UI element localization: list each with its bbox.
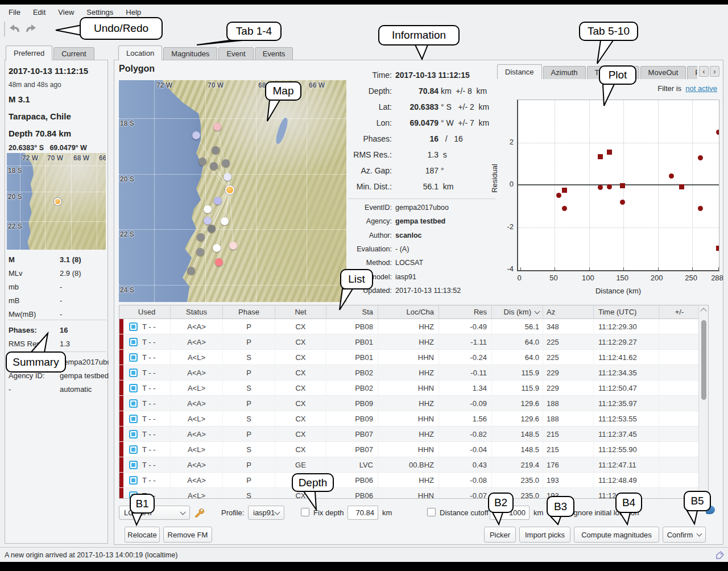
used-flags: T - - xyxy=(142,384,156,392)
residual-point-circle[interactable] xyxy=(620,200,625,205)
residual-point-circle[interactable] xyxy=(598,185,603,190)
remove-fm-button[interactable]: Remove FM xyxy=(163,527,212,543)
residual-point-circle[interactable] xyxy=(607,184,612,189)
table-row[interactable]: T - -A<L>SCXPB09HHN1.56129.618811:12:53.… xyxy=(119,411,708,427)
table-row[interactable]: T - -A<A>PCXPB06HHZ-0.08235.019311:12:48… xyxy=(119,473,708,488)
menu-item-help[interactable]: Help xyxy=(119,8,147,16)
x-tick-mark xyxy=(692,267,693,270)
fix-depth-label: Fix depth xyxy=(313,508,344,517)
residual-point-square[interactable] xyxy=(607,150,612,155)
used-checkbox[interactable] xyxy=(129,445,138,454)
longitude-label: 66 xyxy=(99,154,106,162)
column-header-[interactable]: +/- xyxy=(659,305,700,318)
scroll-up-icon[interactable] xyxy=(700,308,706,314)
tab-magnitudes[interactable]: Magnitudes xyxy=(163,47,217,60)
used-checkbox[interactable] xyxy=(129,430,138,438)
menu-item-view[interactable]: View xyxy=(52,8,80,16)
used-checkbox[interactable] xyxy=(129,384,138,392)
distance-cutoff-checkbox[interactable] xyxy=(427,508,436,516)
table-row[interactable]: T - -A<L>SCXPB07HHN-0.04148.521511:12:55… xyxy=(119,442,708,457)
table-row[interactable]: T - -A<A>PCXPB01HHZ-1.1164.022511:12:29.… xyxy=(119,334,708,350)
table-row[interactable]: T - -A<A>PCXPB09HHZ-0.09129.618811:12:35… xyxy=(119,396,708,411)
table-row[interactable]: T - -A<A>PCXPB07HHZ-0.82148.521511:12:37… xyxy=(119,427,708,442)
stat-value: 1.3 xyxy=(60,340,70,348)
menu-item-file[interactable]: File xyxy=(2,8,27,16)
redo-button[interactable] xyxy=(24,23,39,35)
column-header-res[interactable]: Res xyxy=(439,305,492,318)
residual-point-square[interactable] xyxy=(716,246,720,251)
used-checkbox[interactable] xyxy=(129,369,138,377)
residual-point-square[interactable] xyxy=(598,154,603,159)
column-header-status[interactable]: Status xyxy=(171,305,223,318)
plot-tab-polar[interactable]: Polar xyxy=(687,66,697,79)
residual-plot[interactable] xyxy=(517,100,719,271)
table-scrollbar[interactable] xyxy=(698,305,708,498)
undo-button[interactable] xyxy=(7,23,22,35)
residual-point-circle[interactable] xyxy=(698,155,703,160)
locator-settings-button[interactable] xyxy=(194,507,205,520)
plot-gridline-h xyxy=(518,227,719,228)
fix-depth-checkbox[interactable] xyxy=(301,508,309,516)
used-checkbox[interactable] xyxy=(129,476,138,485)
residual-point-circle[interactable] xyxy=(716,130,720,135)
column-header-sta[interactable]: Sta xyxy=(326,305,378,318)
menu-item-settings[interactable]: Settings xyxy=(80,8,119,16)
used-checkbox[interactable] xyxy=(129,338,138,346)
row-flag-bar xyxy=(119,473,123,487)
column-header-dis-km[interactable]: Dis (km) xyxy=(492,305,543,318)
plot-tab-distance[interactable]: Distance xyxy=(497,64,542,79)
compute-magnitudes-button[interactable]: Compute magnitudes xyxy=(574,527,659,543)
used-checkbox[interactable] xyxy=(129,415,138,423)
table-row[interactable]: T - -A<L>SCXPB01HHN-0.2464.022511:12:41.… xyxy=(119,350,708,365)
checkbox-checked-icon xyxy=(131,402,135,406)
column-header-phase[interactable]: Phase xyxy=(223,305,275,318)
menu-item-edit[interactable]: Edit xyxy=(27,8,52,16)
residual-point-circle[interactable] xyxy=(698,206,703,211)
column-header-az[interactable]: Az xyxy=(543,305,594,318)
residual-point-square[interactable] xyxy=(620,183,625,188)
table-row[interactable]: T - -A<A>PGELVC00.BHZ0.43219.417611:12:4… xyxy=(119,457,708,473)
tab-scroll-left-button[interactable]: ‹ xyxy=(699,66,709,77)
column-header-used[interactable]: Used xyxy=(123,305,171,318)
residual-point-circle[interactable] xyxy=(562,206,567,211)
table-row[interactable]: T - -A<A>PCXPB02HHZ-0.11115.922911:12:34… xyxy=(119,365,708,380)
tab-event[interactable]: Event xyxy=(218,47,253,60)
import-picks-button[interactable]: Import picks xyxy=(519,527,570,543)
table-row[interactable]: T - -A<A>PCXPB08HHZ-0.4956.134811:12:29.… xyxy=(119,319,708,334)
scrollbar-thumb[interactable] xyxy=(701,320,706,400)
used-checkbox[interactable] xyxy=(129,353,138,362)
depth-input[interactable]: 70.84 xyxy=(348,506,378,520)
used-checkbox[interactable] xyxy=(129,322,138,331)
tab-scroll-right-button[interactable]: › xyxy=(710,66,719,77)
used-checkbox[interactable] xyxy=(129,461,138,469)
sidebar-tab-current[interactable]: Current xyxy=(53,47,94,60)
plot-tab-moveout[interactable]: MoveOut xyxy=(640,66,686,79)
used-checkbox[interactable] xyxy=(129,399,138,408)
checkbox-checked-icon xyxy=(131,340,135,344)
table-row[interactable]: T - -A<L>SCXPB02HHN1.34115.922911:12:50.… xyxy=(119,380,708,396)
tab-events[interactable]: Events xyxy=(255,47,293,60)
residual-point-square[interactable] xyxy=(679,184,684,189)
residual-point-circle[interactable] xyxy=(556,193,561,198)
filter-status-link[interactable]: not active xyxy=(685,84,717,93)
callout-tab-1-4: Tab 1-4 xyxy=(226,22,282,41)
checkbox-checked-icon xyxy=(131,432,135,436)
epicenter-marker[interactable] xyxy=(225,185,234,195)
cell-net: CX xyxy=(275,350,326,365)
tab-location[interactable]: Location xyxy=(118,45,162,60)
x-tick-label: 250 xyxy=(680,274,702,282)
overview-map[interactable]: 72 W70 W68 W6618 S20 S22 S xyxy=(7,153,106,250)
residual-point-circle[interactable] xyxy=(669,173,674,179)
relocate-button[interactable]: Relocate xyxy=(125,527,160,543)
residual-point-square[interactable] xyxy=(562,188,567,193)
epicenter-marker[interactable] xyxy=(54,198,61,205)
sidebar-tab-preferred[interactable]: Preferred xyxy=(6,45,52,60)
picker-button[interactable]: Picker xyxy=(484,527,516,543)
x-tick-mark xyxy=(589,267,590,270)
profile-select[interactable]: iasp91 xyxy=(248,506,284,520)
column-header-time-utc[interactable]: Time (UTC) xyxy=(594,305,659,318)
column-header-loc-cha[interactable]: Loc/Cha xyxy=(378,305,439,318)
confirm-button[interactable]: Confirm xyxy=(663,527,706,543)
plot-tab-azimuth[interactable]: Azimuth xyxy=(543,66,586,79)
column-header-net[interactable]: Net xyxy=(275,305,326,318)
